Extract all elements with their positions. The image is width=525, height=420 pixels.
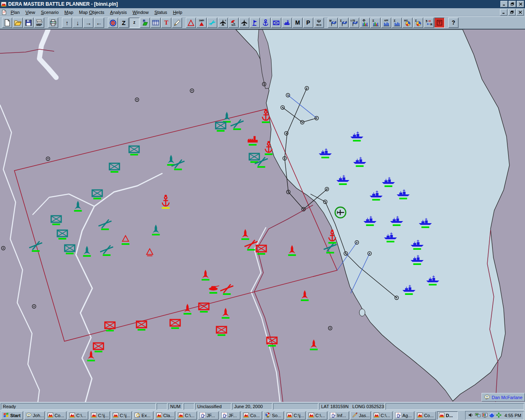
menu-status[interactable]: Status <box>151 9 170 16</box>
mbp-icon <box>287 412 292 419</box>
task-button-13[interactable]: C:\... <box>307 411 327 420</box>
mdi-minimize-button[interactable] <box>500 9 507 16</box>
start-button[interactable]: Start <box>1 411 23 420</box>
airfield-cyan-button[interactable] <box>207 18 217 28</box>
flower-icon[interactable] <box>496 412 502 419</box>
bg-pie-button[interactable]: BG <box>402 18 413 28</box>
task-button-11[interactable]: 32So... <box>263 411 284 420</box>
sum-report-button[interactable]: Σ <box>338 18 349 28</box>
lltr-report-button[interactable]: LLTR <box>349 18 359 28</box>
pan-left-button[interactable]: ← <box>94 18 104 28</box>
aircraft-4-button[interactable]: 4 <box>218 18 228 28</box>
rco-tool-button[interactable]: RCO <box>314 18 324 28</box>
window-controls <box>500 1 524 7</box>
task-button-16[interactable]: C:\... <box>372 411 393 420</box>
pan-right-button[interactable]: → <box>83 18 94 28</box>
display-icon[interactable] <box>482 412 488 419</box>
menu-window[interactable]: Window <box>130 9 151 16</box>
help-button[interactable]: ? <box>448 18 459 28</box>
dt-overlay-button[interactable] <box>434 18 445 28</box>
sum-pie-button[interactable]: Σ <box>413 18 423 28</box>
mdi-close-button[interactable] <box>516 9 524 16</box>
save-file-button[interactable] <box>23 18 34 28</box>
unit-status-bar <box>288 254 296 256</box>
menu-map-objects[interactable]: Map Objects <box>76 9 107 16</box>
naval-ship-button[interactable] <box>282 18 292 28</box>
new-file-button[interactable] <box>2 18 12 28</box>
unit-status-bar <box>174 169 182 170</box>
menu-view[interactable]: View <box>23 9 38 16</box>
task-button-15[interactable]: Jas... <box>350 411 371 420</box>
network-icon[interactable] <box>475 412 481 419</box>
menu-scenario[interactable]: Scenario <box>38 9 62 16</box>
menu-help[interactable]: Help <box>170 9 185 16</box>
orb-icon[interactable] <box>489 412 495 419</box>
task-button-10[interactable]: Co... <box>242 411 262 420</box>
map-canvas[interactable] <box>0 30 525 402</box>
center-target-button[interactable] <box>108 18 118 28</box>
mbp-tool-button[interactable]: MBP <box>34 18 44 28</box>
menu-plan[interactable]: Plan <box>8 9 23 16</box>
open-file-button[interactable] <box>13 18 23 28</box>
map-area[interactable]: Dan McFarlane <box>0 29 525 402</box>
zoom-out-button[interactable]: z <box>129 18 139 28</box>
restore-button[interactable] <box>509 1 516 7</box>
sum-chart-button[interactable]: Σ <box>370 18 381 28</box>
zoom-in-button[interactable]: Z <box>119 18 129 28</box>
mdi-restore-button[interactable] <box>508 9 516 16</box>
text-annotate-button[interactable]: T <box>161 18 171 28</box>
unit-status-bar <box>152 234 160 235</box>
task-button-8[interactable]: JF... <box>198 411 219 420</box>
unit-status-bar <box>393 224 401 226</box>
naval-anchor-button[interactable] <box>260 18 271 28</box>
aircraft-chart-button[interactable] <box>360 18 370 28</box>
m-report-button[interactable]: M <box>328 18 338 28</box>
task-button-4[interactable]: C:\j... <box>111 411 132 420</box>
naval-flag-button[interactable] <box>250 18 260 28</box>
status-panel <box>273 403 318 410</box>
unit-status-bar <box>405 293 413 295</box>
task-button-6[interactable]: Cla... <box>155 411 175 420</box>
m-tool-button[interactable]: M <box>292 18 303 28</box>
task-button-18[interactable]: Co... <box>415 411 436 420</box>
pan-down-button[interactable]: ↓ <box>73 18 83 28</box>
grid-table-button[interactable] <box>151 18 161 28</box>
task-button-3[interactable]: C:\j... <box>89 411 110 420</box>
p-tool-button[interactable]: P <box>303 18 313 28</box>
task-button-12[interactable]: C:\j... <box>285 411 306 420</box>
triangle-outline-button[interactable] <box>186 18 196 28</box>
radar-scl-button[interactable]: SCL <box>228 18 239 28</box>
task-button-17[interactable]: Ag... <box>394 411 414 420</box>
pan-up-button[interactable]: ↑ <box>62 18 72 28</box>
minimize-button[interactable] <box>500 1 508 7</box>
task-button-5[interactable]: Ex... <box>133 411 153 420</box>
svg-text:LLTR: LLTR <box>351 19 356 21</box>
close-button[interactable] <box>517 1 524 7</box>
infantry-unit-button[interactable] <box>271 18 281 28</box>
task-button-19[interactable]: D... <box>437 411 458 420</box>
redraw-button[interactable]: R <box>140 18 150 28</box>
unit-status-bar <box>326 252 334 253</box>
task-button-2[interactable]: C:\... <box>68 411 88 420</box>
speaker-icon[interactable] <box>468 412 474 419</box>
sum-chart-2-button[interactable]: Σ <box>392 18 402 28</box>
draw-pencil-button[interactable] <box>172 18 182 28</box>
task-button-0[interactable]: Joh... <box>24 411 45 420</box>
task-button-1[interactable]: Co... <box>46 411 66 420</box>
task-button-9[interactable]: JF... <box>220 411 240 420</box>
task-button-14[interactable]: Inf... <box>329 411 349 420</box>
aircraft-button[interactable] <box>239 18 249 28</box>
menu-map[interactable]: Map <box>62 9 76 16</box>
print-button[interactable] <box>48 18 58 28</box>
mbp-icon <box>156 412 162 419</box>
unit-status-bar <box>385 185 393 187</box>
dmpi-button[interactable]: DMPI <box>196 18 207 28</box>
task-button-7[interactable]: C:\... <box>176 411 197 420</box>
unit-status-bar <box>310 349 318 350</box>
unit-status-bar <box>222 317 230 319</box>
r5-transfer-button[interactable]: 5R <box>424 18 434 28</box>
system-tray: 4:55 PM <box>465 411 524 420</box>
unit-status-bar <box>138 329 146 331</box>
menu-analysis[interactable]: Analysis <box>107 9 130 16</box>
app-chart-button[interactable]: APP <box>381 18 391 28</box>
